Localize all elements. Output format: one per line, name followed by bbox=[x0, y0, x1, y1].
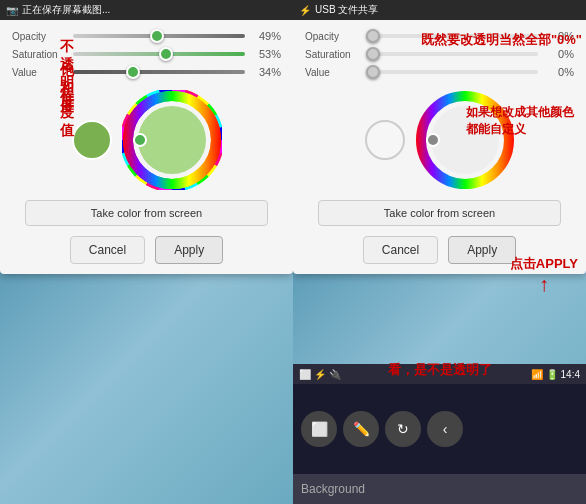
kb-screen-btn[interactable]: ⬜ bbox=[301, 411, 337, 447]
right-color-wheel-area: 如果想改成其他颜色都能自定义 bbox=[305, 84, 574, 200]
right-apply-button[interactable]: Apply bbox=[448, 236, 516, 264]
r-value-thumb[interactable] bbox=[366, 65, 380, 79]
saturation-track[interactable] bbox=[73, 52, 245, 56]
r-opacity-thumb[interactable] bbox=[366, 29, 380, 43]
status-text-right: USB 文件共享 bbox=[315, 3, 378, 17]
value-track[interactable] bbox=[73, 70, 245, 74]
saturation-row: Saturation 53% bbox=[12, 48, 281, 60]
r-value-label: Value bbox=[305, 66, 360, 78]
background-input-row: Background bbox=[293, 474, 586, 504]
apply-arrow-label: 点击APPLY bbox=[510, 255, 578, 273]
left-color-wheel-area bbox=[12, 84, 281, 200]
r-saturation-row: Saturation 0% bbox=[305, 48, 574, 60]
opacity-row: Opacity 49% bbox=[12, 30, 281, 42]
left-take-color-button[interactable]: Take color from screen bbox=[25, 200, 267, 226]
background-label: Background bbox=[301, 482, 365, 496]
r-value-row: Value 0% bbox=[305, 66, 574, 78]
value-label: Value bbox=[12, 66, 67, 78]
up-arrow-icon: ↑ bbox=[510, 273, 578, 296]
left-apply-button[interactable]: Apply bbox=[155, 236, 223, 264]
right-take-color-button[interactable]: Take color from screen bbox=[318, 200, 560, 226]
opacity-label: Opacity bbox=[12, 30, 67, 42]
status-text-left: 正在保存屏幕截图... bbox=[22, 3, 110, 17]
left-color-swatch bbox=[72, 120, 112, 160]
custom-annotation: 如果想改成其他颜色都能自定义 bbox=[466, 104, 574, 138]
r-saturation-label: Saturation bbox=[305, 48, 360, 60]
right-cancel-button[interactable]: Cancel bbox=[363, 236, 438, 264]
bottom-transparent-annotation: 看，是不是透明了 bbox=[293, 360, 586, 379]
right-color-dialog: Opacity 0% Saturation 0% Value bbox=[293, 20, 586, 274]
kb-back-btn[interactable]: ‹ bbox=[427, 411, 463, 447]
opacity-track[interactable] bbox=[73, 34, 245, 38]
saturation-label: Saturation bbox=[12, 48, 67, 60]
value-thumb[interactable] bbox=[126, 65, 140, 79]
left-color-dialog: Opacity 49% 不透明度 Saturation 53% bbox=[0, 20, 293, 274]
right-opacity-annotation: 既然要改透明当然全部"0%" bbox=[421, 32, 582, 47]
apply-annotation-area: 点击APPLY ↑ bbox=[510, 255, 578, 296]
status-bar-left: 📷 正在保存屏幕截图... bbox=[0, 0, 293, 20]
r-saturation-value: 0% bbox=[544, 48, 574, 60]
left-dialog-buttons: Cancel Apply bbox=[12, 232, 281, 264]
transparent-note: 看，是不是透明了 bbox=[388, 362, 492, 377]
value-value: 34% bbox=[251, 66, 281, 78]
value-annotation: 程度值 bbox=[60, 86, 74, 140]
main-content: Opacity 49% 不透明度 Saturation 53% bbox=[0, 20, 586, 504]
right-color-swatch bbox=[365, 120, 405, 160]
right-panel: Opacity 0% Saturation 0% Value bbox=[293, 20, 586, 504]
saturation-value: 53% bbox=[251, 48, 281, 60]
saturation-thumb[interactable] bbox=[159, 47, 173, 61]
svg-point-10 bbox=[138, 106, 206, 174]
status-bars: 📷 正在保存屏幕截图... ⚡ USB 文件共享 bbox=[0, 0, 586, 20]
svg-point-14 bbox=[427, 134, 439, 146]
usb-icon: ⚡ bbox=[299, 5, 311, 16]
r-opacity-label: Opacity bbox=[305, 30, 360, 42]
r-value-value: 0% bbox=[544, 66, 574, 78]
opacity-thumb[interactable] bbox=[150, 29, 164, 43]
kb-edit-btn[interactable]: ✏️ bbox=[343, 411, 379, 447]
keyboard-area: ⬜ ✏️ ↻ ‹ bbox=[293, 384, 586, 474]
camera-icon: 📷 bbox=[6, 5, 18, 16]
left-cancel-button[interactable]: Cancel bbox=[70, 236, 145, 264]
status-bar-right: ⚡ USB 文件共享 bbox=[293, 0, 586, 20]
value-row: Value 34% bbox=[12, 66, 281, 78]
r-value-track[interactable] bbox=[366, 70, 538, 74]
opacity-value: 49% bbox=[251, 30, 281, 42]
left-color-wheel[interactable] bbox=[122, 90, 222, 190]
r-saturation-thumb[interactable] bbox=[366, 47, 380, 61]
r-saturation-track[interactable] bbox=[366, 52, 538, 56]
svg-point-11 bbox=[134, 134, 146, 146]
kb-refresh-btn[interactable]: ↻ bbox=[385, 411, 421, 447]
left-panel: Opacity 49% 不透明度 Saturation 53% bbox=[0, 20, 293, 504]
